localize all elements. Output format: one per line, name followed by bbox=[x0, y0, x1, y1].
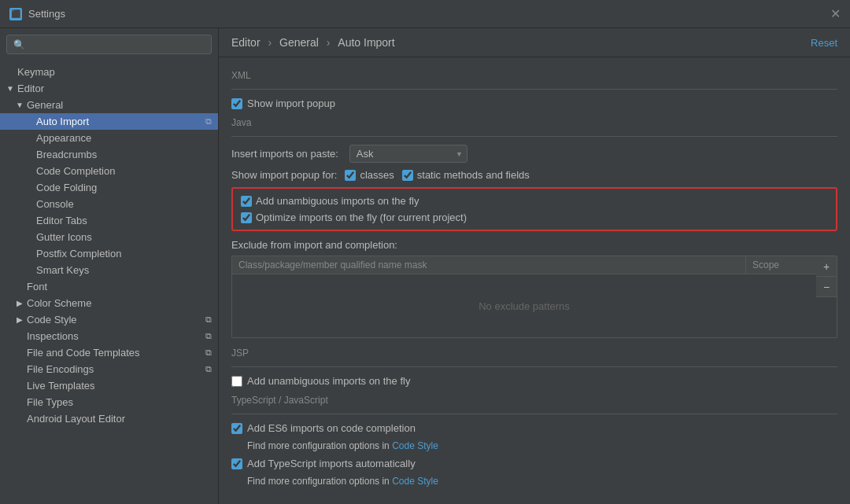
add-es6-label[interactable]: Add ES6 imports on code completion bbox=[231, 422, 416, 434]
table-remove-button[interactable]: − bbox=[816, 277, 837, 297]
sidebar-item-file-encodings[interactable]: File Encodings ⧉ bbox=[0, 361, 218, 377]
jsp-add-unambiguous-label[interactable]: Add unambiguous imports on the fly bbox=[231, 375, 410, 387]
java-section-label: Java bbox=[231, 117, 837, 128]
nav-tree: Keymap ▼ Editor ▼ General Auto Import ⧉ bbox=[0, 61, 218, 504]
search-icon: 🔍 bbox=[13, 39, 25, 50]
code-style-link-1[interactable]: Code Style bbox=[392, 440, 438, 451]
xml-divider bbox=[231, 89, 837, 90]
classes-label-text: classes bbox=[360, 169, 394, 181]
static-checkbox[interactable] bbox=[402, 170, 413, 181]
sidebar-item-gutter-icons[interactable]: Gutter Icons bbox=[0, 229, 218, 245]
search-input[interactable] bbox=[30, 39, 205, 50]
insert-imports-dropdown[interactable]: Ask Always Never bbox=[349, 145, 468, 163]
add-unambiguous-text: Add unambiguous imports on the fly bbox=[256, 195, 419, 207]
sidebar-item-editor[interactable]: ▼ Editor bbox=[0, 80, 218, 97]
app-icon: ⬛ bbox=[9, 8, 22, 20]
breadcrumb-editor: Editor bbox=[231, 36, 261, 49]
ts-section-label: TypeScript / JavaScript bbox=[231, 395, 837, 406]
copy-icon: ⧉ bbox=[205, 348, 212, 358]
sidebar-item-file-and-code-templates[interactable]: File and Code Templates ⧉ bbox=[0, 344, 218, 361]
sidebar-item-code-folding[interactable]: Code Folding bbox=[0, 179, 218, 196]
static-label-text: static methods and fields bbox=[417, 169, 530, 181]
sidebar-item-live-templates[interactable]: Live Templates bbox=[0, 377, 218, 394]
triangle-icon: ▶ bbox=[16, 315, 24, 324]
add-ts-label[interactable]: Add TypeScript imports automatically bbox=[231, 458, 416, 469]
find-more-1-text: Find more configuration options in bbox=[247, 440, 390, 451]
main-panel: Editor › General › Auto Import Reset XML… bbox=[219, 28, 850, 504]
add-ts-row: Add TypeScript imports automatically bbox=[231, 458, 837, 469]
col-name-header: Class/package/member qualified name mask bbox=[232, 256, 745, 274]
copy-icon: ⧉ bbox=[205, 315, 212, 325]
sidebar-item-breadcrumbs[interactable]: Breadcrumbs bbox=[0, 146, 218, 163]
sidebar-item-font[interactable]: Font bbox=[0, 278, 218, 295]
triangle-icon: ▼ bbox=[16, 101, 24, 109]
breadcrumb-general: General bbox=[279, 36, 319, 49]
sidebar-item-appearance[interactable]: Appearance bbox=[0, 130, 218, 146]
static-checkbox-label[interactable]: static methods and fields bbox=[402, 169, 530, 181]
insert-imports-on-paste-row: Insert imports on paste: Ask Always Neve… bbox=[231, 145, 837, 163]
sidebar-item-postfix-completion[interactable]: Postfix Completion bbox=[0, 245, 218, 262]
xml-show-import-popup-row: Show import popup bbox=[231, 97, 837, 109]
copy-icon: ⧉ bbox=[205, 364, 212, 374]
add-es6-checkbox[interactable] bbox=[231, 423, 242, 434]
sidebar-item-console[interactable]: Console bbox=[0, 196, 218, 212]
sidebar-item-auto-import[interactable]: Auto Import ⧉ bbox=[0, 113, 218, 130]
panel-body: XML Show import popup Java Insert import… bbox=[219, 57, 850, 504]
sidebar-item-smart-keys[interactable]: Smart Keys bbox=[0, 262, 218, 278]
java-divider bbox=[231, 136, 837, 137]
xml-show-import-popup-text: Show import popup bbox=[247, 97, 335, 109]
find-more-2-text: Find more configuration options in bbox=[247, 476, 390, 487]
jsp-divider bbox=[231, 366, 837, 367]
add-unambiguous-checkbox[interactable] bbox=[241, 196, 252, 207]
main-content: 🔍 Keymap ▼ Editor ▼ General bbox=[0, 28, 850, 504]
add-unambiguous-label[interactable]: Add unambiguous imports on the fly bbox=[241, 195, 828, 207]
xml-section-label: XML bbox=[231, 70, 837, 81]
sidebar-item-inspections[interactable]: Inspections ⧉ bbox=[0, 328, 218, 344]
sidebar-item-color-scheme[interactable]: ▶ Color Scheme bbox=[0, 295, 218, 311]
close-button[interactable]: ✕ bbox=[830, 8, 841, 20]
copy-icon: ⧉ bbox=[205, 116, 212, 127]
exclude-section-label: Exclude from import and completion: bbox=[231, 239, 837, 251]
sidebar-item-file-types[interactable]: File Types bbox=[0, 394, 218, 410]
sidebar: 🔍 Keymap ▼ Editor ▼ General bbox=[0, 28, 219, 504]
jsp-add-unambiguous-row: Add unambiguous imports on the fly bbox=[231, 375, 837, 387]
insert-imports-dropdown-wrapper[interactable]: Ask Always Never bbox=[349, 145, 468, 163]
find-more-2-row: Find more configuration options in Code … bbox=[247, 476, 837, 487]
show-import-popup-for-label: Show import popup for: bbox=[231, 169, 337, 181]
breadcrumb-sep-2: › bbox=[327, 36, 334, 49]
add-es6-text: Add ES6 imports on code completion bbox=[247, 422, 416, 434]
xml-show-import-popup-checkbox[interactable] bbox=[231, 98, 242, 109]
find-more-1-row: Find more configuration options in Code … bbox=[247, 440, 837, 451]
sidebar-item-code-completion[interactable]: Code Completion bbox=[0, 163, 218, 179]
panel-header: Editor › General › Auto Import Reset bbox=[219, 28, 850, 57]
reset-button[interactable]: Reset bbox=[811, 37, 837, 49]
table-add-button[interactable]: + bbox=[816, 256, 837, 277]
exclude-table-header: Class/package/member qualified name mask… bbox=[232, 256, 816, 274]
add-ts-text: Add TypeScript imports automatically bbox=[247, 458, 416, 469]
classes-checkbox[interactable] bbox=[345, 170, 356, 181]
sidebar-item-keymap[interactable]: Keymap bbox=[0, 64, 218, 80]
settings-window: ⬛ Settings ✕ 🔍 Keymap ▼ Editor bbox=[0, 0, 850, 504]
classes-checkbox-label[interactable]: classes bbox=[345, 169, 394, 181]
sidebar-item-android-layout-editor[interactable]: Android Layout Editor bbox=[0, 410, 218, 427]
jsp-add-unambiguous-checkbox[interactable] bbox=[231, 376, 242, 387]
triangle-icon: ▶ bbox=[16, 299, 24, 307]
code-style-link-2[interactable]: Code Style bbox=[392, 476, 438, 487]
table-side-buttons: + − bbox=[816, 256, 837, 338]
sidebar-item-code-style[interactable]: ▶ Code Style ⧉ bbox=[0, 311, 218, 328]
sidebar-item-editor-tabs[interactable]: Editor Tabs bbox=[0, 212, 218, 229]
exclude-table-container: Class/package/member qualified name mask… bbox=[231, 256, 837, 338]
xml-show-import-popup-label[interactable]: Show import popup bbox=[231, 97, 335, 109]
add-es6-row: Add ES6 imports on code completion bbox=[231, 422, 837, 434]
breadcrumb-sep-1: › bbox=[268, 36, 275, 49]
copy-icon: ⧉ bbox=[205, 331, 212, 341]
highlighted-options-box: Add unambiguous imports on the fly Optim… bbox=[231, 187, 837, 231]
optimize-imports-label[interactable]: Optimize imports on the fly (for current… bbox=[241, 212, 828, 223]
window-title: Settings bbox=[28, 8, 65, 20]
jsp-add-unambiguous-text: Add unambiguous imports on the fly bbox=[247, 375, 410, 387]
sidebar-item-general[interactable]: ▼ General bbox=[0, 97, 218, 113]
add-ts-checkbox[interactable] bbox=[231, 458, 242, 469]
search-box[interactable]: 🔍 bbox=[6, 35, 212, 54]
optimize-imports-checkbox[interactable] bbox=[241, 212, 252, 223]
jsp-section-label: JSP bbox=[231, 348, 837, 359]
